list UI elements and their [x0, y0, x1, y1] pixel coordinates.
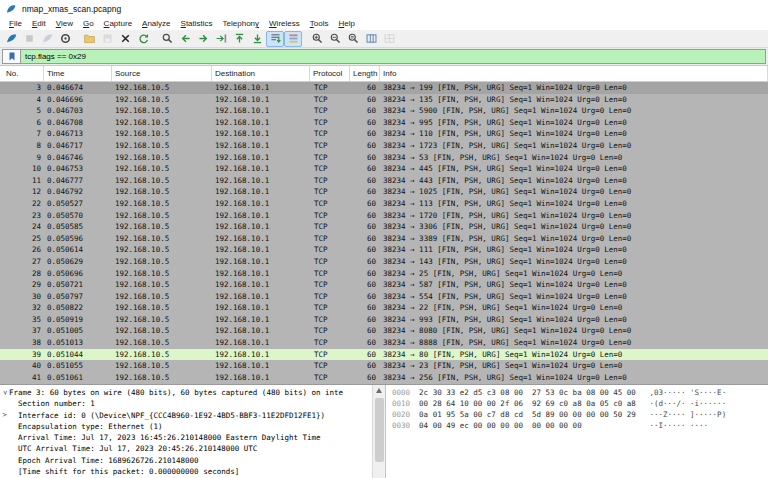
- capture-options-button[interactable]: [56, 31, 74, 47]
- menu-telephony[interactable]: Telephony: [218, 19, 264, 28]
- detail-line-2[interactable]: >Interface id: 0 (\Device\NPF_{CCC4B960-…: [0, 410, 372, 421]
- scrollbar-up-arrow-icon[interactable]: [376, 388, 382, 393]
- menu-tools[interactable]: Tools: [305, 19, 334, 28]
- packet-row-39[interactable]: 390.051044192.168.10.5192.168.10.1TCP603…: [0, 349, 768, 361]
- packet-row-23[interactable]: 230.050570192.168.10.5192.168.10.1TCP603…: [0, 210, 768, 222]
- cell-destination: 192.168.10.1: [212, 198, 310, 210]
- packet-row-27[interactable]: 270.050629192.168.10.5192.168.10.1TCP603…: [0, 256, 768, 268]
- filter-bookmark-button[interactable]: [3, 50, 21, 63]
- column-header-destination[interactable]: Destination: [212, 66, 310, 81]
- hex-line-0030[interactable]: 0030 04 00 49 ec 00 00 00 00 00 00 00 00…: [392, 420, 768, 431]
- zoom-reset-button[interactable]: [344, 31, 362, 47]
- zoom-in-button[interactable]: [308, 31, 326, 47]
- resize-columns-button[interactable]: [362, 31, 380, 47]
- cell-protocol: TCP: [310, 94, 350, 106]
- packet-row-6[interactable]: 60.046708192.168.10.5192.168.10.1TCP6038…: [0, 117, 768, 129]
- go-back-button[interactable]: [176, 31, 194, 47]
- go-to-top-button[interactable]: [230, 31, 248, 47]
- bottom-panes: >Frame 3: 60 bytes on wire (480 bits), 6…: [0, 384, 768, 478]
- column-header-info[interactable]: Info: [380, 66, 768, 81]
- start-capture-button[interactable]: [2, 31, 20, 47]
- cell-no: 24: [0, 221, 44, 233]
- packet-row-3[interactable]: 30.046674192.168.10.5192.168.10.1TCP6038…: [0, 82, 768, 94]
- hex-line-0000[interactable]: 0000 2c 30 33 e2 d5 c3 08 00 27 53 0c ba…: [392, 387, 768, 398]
- cell-no: 27: [0, 256, 44, 268]
- packet-row-41[interactable]: 410.051061192.168.10.5192.168.10.1TCP603…: [0, 372, 768, 384]
- detail-line-5[interactable]: UTC Arrival Time: Jul 17, 2023 20:45:26.…: [0, 443, 372, 454]
- column-header-no[interactable]: No.: [0, 66, 44, 81]
- hex-line-0010[interactable]: 0010 00 28 64 10 00 00 2f 06 92 69 c0 a8…: [392, 398, 768, 409]
- detail-text: Encapsulation type: Ethernet (1): [9, 421, 163, 432]
- collapsed-expander-icon[interactable]: >: [0, 410, 9, 421]
- detail-line-0[interactable]: >Frame 3: 60 bytes on wire (480 bits), 6…: [0, 387, 372, 398]
- menu-view[interactable]: View: [51, 19, 78, 28]
- auto-scroll-button[interactable]: [266, 31, 284, 47]
- packet-row-24[interactable]: 240.050585192.168.10.5192.168.10.1TCP603…: [0, 221, 768, 233]
- packet-row-7[interactable]: 70.046713192.168.10.5192.168.10.1TCP6038…: [0, 128, 768, 140]
- packet-row-4[interactable]: 40.046696192.168.10.5192.168.10.1TCP6038…: [0, 94, 768, 106]
- cell-time: 0.050797: [44, 291, 112, 303]
- packet-row-5[interactable]: 50.046703192.168.10.5192.168.10.1TCP6038…: [0, 105, 768, 117]
- cell-destination: 192.168.10.1: [212, 360, 310, 372]
- packet-row-12[interactable]: 120.046792192.168.10.5192.168.10.1TCP603…: [0, 186, 768, 198]
- hex-line-0020[interactable]: 0020 0a 01 95 5a 00 c7 d8 cd 5d 89 00 00…: [392, 409, 768, 420]
- find-packet-button[interactable]: [158, 31, 176, 47]
- colorize-packets-button[interactable]: [284, 31, 302, 47]
- menu-wireless[interactable]: Wireless: [264, 19, 305, 28]
- menu-edit[interactable]: Edit: [27, 19, 51, 28]
- cell-no: 41: [0, 372, 44, 384]
- column-header-time[interactable]: Time: [44, 66, 112, 81]
- cell-time: 0.050585: [44, 221, 112, 233]
- go-to-packet-button[interactable]: [212, 31, 230, 47]
- detail-line-1[interactable]: Section number: 1: [0, 398, 372, 409]
- cell-info: 38234 → 8888 [FIN, PSH, URG] Seq=1 Win=1…: [380, 337, 768, 349]
- cell-length: 60: [350, 94, 380, 106]
- cell-info: 38234 → 1720 [FIN, PSH, URG] Seq=1 Win=1…: [380, 210, 768, 222]
- packet-row-26[interactable]: 260.050614192.168.10.5192.168.10.1TCP603…: [0, 244, 768, 256]
- zoom-out-button[interactable]: [326, 31, 344, 47]
- detail-line-7[interactable]: [Time shift for this packet: 0.000000000…: [0, 466, 372, 477]
- menu-capture[interactable]: Capture: [99, 19, 137, 28]
- menu-statistics[interactable]: Statistics: [176, 19, 218, 28]
- detail-line-3[interactable]: Encapsulation type: Ethernet (1): [0, 421, 372, 432]
- packet-row-11[interactable]: 110.046777192.168.10.5192.168.10.1TCP603…: [0, 175, 768, 187]
- reload-file-button[interactable]: [134, 31, 152, 47]
- cell-source: 192.168.10.5: [112, 279, 212, 291]
- packet-row-40[interactable]: 400.051055192.168.10.5192.168.10.1TCP603…: [0, 360, 768, 372]
- open-file-button[interactable]: [80, 31, 98, 47]
- menu-analyze[interactable]: Analyze: [137, 19, 175, 28]
- detail-line-4[interactable]: Arrival Time: Jul 17, 2023 16:45:26.2101…: [0, 432, 372, 443]
- expanded-expander-icon[interactable]: >: [0, 388, 10, 397]
- packet-row-28[interactable]: 280.050696192.168.10.5192.168.10.1TCP603…: [0, 268, 768, 280]
- packet-row-35[interactable]: 350.050919192.168.10.5192.168.10.1TCP603…: [0, 314, 768, 326]
- cell-protocol: TCP: [310, 163, 350, 175]
- start-capture-icon: [5, 32, 18, 45]
- packet-row-29[interactable]: 290.050721192.168.10.5192.168.10.1TCP603…: [0, 279, 768, 291]
- packet-row-25[interactable]: 250.050596192.168.10.5192.168.10.1TCP603…: [0, 233, 768, 245]
- cell-protocol: TCP: [310, 186, 350, 198]
- packet-row-10[interactable]: 100.046753192.168.10.5192.168.10.1TCP603…: [0, 163, 768, 175]
- go-forward-button[interactable]: [194, 31, 212, 47]
- cell-info: 38234 → 3306 [FIN, PSH, URG] Seq=1 Win=1…: [380, 221, 768, 233]
- packet-row-38[interactable]: 380.051013192.168.10.5192.168.10.1TCP603…: [0, 337, 768, 349]
- close-file-button[interactable]: [116, 31, 134, 47]
- detail-scrollbar[interactable]: [372, 385, 385, 478]
- packet-row-9[interactable]: 90.046746192.168.10.5192.168.10.1TCP6038…: [0, 152, 768, 164]
- packet-row-22[interactable]: 220.050527192.168.10.5192.168.10.1TCP603…: [0, 198, 768, 210]
- column-header-length[interactable]: Length: [350, 66, 380, 81]
- cell-time: 0.051044: [44, 349, 112, 361]
- packet-row-8[interactable]: 80.046717192.168.10.5192.168.10.1TCP6038…: [0, 140, 768, 152]
- go-to-bottom-button[interactable]: [248, 31, 266, 47]
- scrollbar-thumb[interactable]: [375, 398, 384, 462]
- packet-row-30[interactable]: 300.050797192.168.10.5192.168.10.1TCP603…: [0, 291, 768, 303]
- column-header-source[interactable]: Source: [112, 66, 212, 81]
- menu-go[interactable]: Go: [78, 19, 99, 28]
- column-header-protocol[interactable]: Protocol: [310, 66, 350, 81]
- detail-line-6[interactable]: Epoch Arrival Time: 1689626726.210148000: [0, 455, 372, 466]
- menu-help[interactable]: Help: [333, 19, 359, 28]
- display-filter-box[interactable]: [2, 49, 766, 64]
- packet-row-37[interactable]: 370.051005192.168.10.5192.168.10.1TCP603…: [0, 325, 768, 337]
- display-filter-input[interactable]: [21, 50, 765, 63]
- packet-row-32[interactable]: 320.050822192.168.10.5192.168.10.1TCP603…: [0, 302, 768, 314]
- menu-file[interactable]: File: [4, 19, 27, 28]
